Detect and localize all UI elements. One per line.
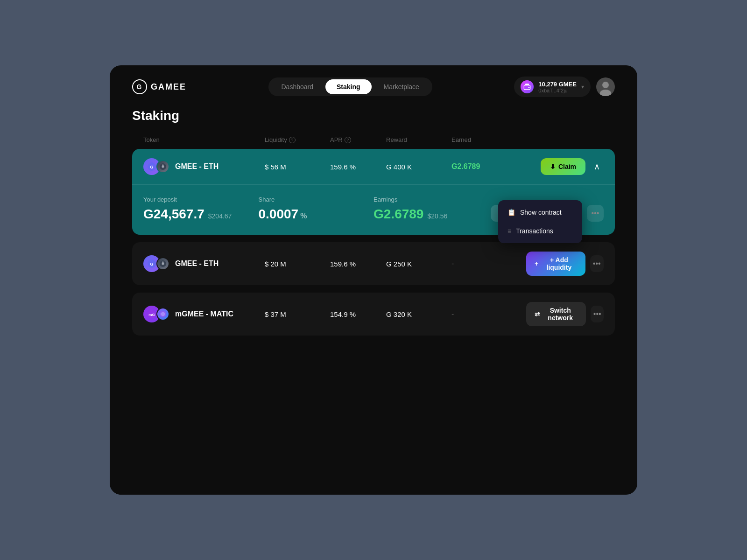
reward-1: G 400 K [386,163,451,171]
staking-row-3: mG mGMEE - MATIC $ 37 M 154.9 % G 320 K [132,293,615,336]
wallet-details: 10,279 GMEE 0xbaT...4f2ju [538,81,577,93]
dropdown-item-transactions[interactable]: ≡ Transactions [501,222,579,240]
app-container: G GAMEE Dashboard Staking Marketplace 10… [110,65,637,495]
apr-2: 159.6 % [330,260,386,268]
add-liquidity-button-2[interactable]: + + Add liquidity [526,252,585,276]
liquidity-1: $ 56 M [265,163,330,171]
svg-point-1 [529,87,530,88]
deposit-value: G24,567.7 $204.67 [143,207,259,222]
earnings-label: Earnings [374,196,489,203]
token-icons-2: G [143,255,169,272]
wallet-info[interactable]: 10,279 GMEE 0xbaT...4f2ju ▾ [514,77,591,97]
wallet-address: 0xbaT...4f2ju [538,88,577,93]
token-name-2: GMEE - ETH [175,259,218,268]
tab-staking[interactable]: Staking [325,79,372,94]
actions-cell-3: ⇄ Switch network ••• [526,302,604,326]
deposit-label: Your deposit [143,196,259,203]
th-earned: Earned [451,136,526,143]
token-cell-2: G GMEE - ETH [143,255,265,272]
liquidity-3: $ 37 M [265,310,330,318]
expanded-content-1: Your deposit G24,567.7 $204.67 Share 0.0… [132,184,615,235]
staking-row-1: G GMEE - ETH $ 56 M 159.6 % G 400 K G [132,149,615,184]
token-cell-1: G GMEE - ETH [143,158,265,175]
dropdown-menu: 📋 Show contract ≡ Transactions [498,200,582,243]
th-actions [526,136,604,143]
actions-cell-2: + + Add liquidity ••• [526,252,604,276]
page-title: Staking [132,108,615,123]
share-label: Share [259,196,374,203]
contract-label: Show contract [520,209,562,216]
share-value: 0.0007 % [259,207,374,222]
token-name-1: GMEE - ETH [175,162,218,171]
contract-icon: 📋 [507,209,515,216]
claim-label: Claim [558,163,576,170]
share-section: Share 0.0007 % [259,196,374,222]
expand-toggle-1[interactable]: ∧ [590,160,604,174]
avatar[interactable] [596,77,615,96]
tab-dashboard[interactable]: Dashboard [270,79,325,94]
table-header: Token Liquidity ? APR ? Reward Earned [132,136,615,143]
reward-3: G 320 K [386,310,451,318]
token-cell-3: mG mGMEE - MATIC [143,306,265,322]
liquidity-2: $ 20 M [265,260,330,268]
svg-text:mG: mG [148,313,155,317]
add-liq-label-2: + Add liquidity [541,256,577,271]
wallet-chevron: ▾ [581,84,584,90]
more-button-1[interactable]: ••• [587,205,604,222]
staking-card-row3: mG mGMEE - MATIC $ 37 M 154.9 % G 320 K [132,293,615,336]
plus-icon-2: + [535,260,538,267]
transactions-icon: ≡ [507,227,511,235]
svg-text:G: G [150,165,153,169]
earnings-section: Earnings G2.6789 $20.56 [374,196,489,222]
transactions-label: Transactions [516,227,553,235]
liquidity-info-icon: ? [289,137,296,143]
deposit-usd: $204.67 [208,212,232,220]
earnings-usd: $20.56 [427,212,447,220]
staking-card-row1: G GMEE - ETH $ 56 M 159.6 % G 400 K G [132,149,615,235]
claim-icon: ⬇ [550,163,556,170]
earnings-value: G2.6789 $20.56 [374,207,489,222]
more-button-2[interactable]: ••• [590,255,604,272]
token-name-3: mGMEE - MATIC [175,310,233,318]
apr-1: 159.6 % [330,163,386,171]
header-right: 10,279 GMEE 0xbaT...4f2ju ▾ [514,77,615,97]
token-icons-3: mG [143,306,169,322]
switch-network-button[interactable]: ⇄ Switch network [526,302,586,326]
th-apr: APR ? [330,136,386,143]
staking-row-2: G GMEE - ETH $ 20 M 159.6 % G 250 K - [132,242,615,285]
claim-button[interactable]: ⬇ Claim [541,158,585,175]
switch-icon: ⇄ [535,310,540,318]
apr-info-icon: ? [345,137,351,143]
matic-icon [156,308,169,321]
reward-2: G 250 K [386,260,451,268]
th-token: Token [143,136,265,143]
expanded-actions: + + Add liquidity − ••• 📋 Show contract [489,205,604,222]
logo-text: GAMEE [151,82,186,92]
wallet-icon [521,80,534,93]
tab-marketplace[interactable]: Marketplace [373,79,430,94]
more-button-3[interactable]: ••• [591,306,604,322]
svg-text:G: G [150,262,153,266]
svg-point-3 [602,82,609,88]
th-liquidity: Liquidity ? [265,136,330,143]
token-icons-1: G [143,158,169,175]
share-pct: % [300,212,307,220]
apr-3: 154.9 % [330,310,386,318]
header: G GAMEE Dashboard Staking Marketplace 10… [110,65,637,108]
earned-2: - [451,259,526,268]
main-content: Staking Token Liquidity ? APR ? Reward E… [110,108,637,365]
earned-1: G2.6789 [451,162,526,171]
th-reward: Reward [386,136,451,143]
eth-icon-2 [156,257,169,270]
eth-icon-1 [156,160,169,173]
deposit-section: Your deposit G24,567.7 $204.67 [143,196,259,222]
wallet-balance: 10,279 GMEE [538,81,577,88]
switch-label: Switch network [543,307,578,322]
logo: G GAMEE [132,79,186,94]
earned-3: - [451,310,526,318]
actions-cell-1: ⬇ Claim ∧ [526,158,604,175]
dropdown-item-contract[interactable]: 📋 Show contract [501,203,579,222]
logo-icon: G [132,79,147,94]
staking-card-row2: G GMEE - ETH $ 20 M 159.6 % G 250 K - [132,242,615,285]
nav-tabs: Dashboard Staking Marketplace [268,77,432,96]
